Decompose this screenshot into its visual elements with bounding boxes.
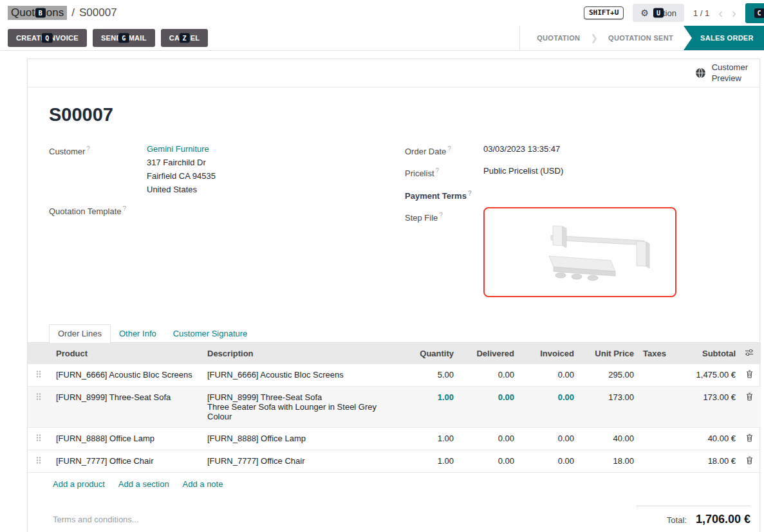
invoiced-cell[interactable]: 0.00 xyxy=(517,386,577,427)
tab-order-lines[interactable]: Order Lines xyxy=(49,324,111,343)
taxes-cell[interactable] xyxy=(637,427,667,450)
description-cell[interactable]: [FURN_8888] Office Lamp xyxy=(201,427,397,450)
delete-row-icon[interactable] xyxy=(738,450,761,472)
unit-price-column-header[interactable]: Unit Price xyxy=(577,343,637,364)
hotkey-badge-z: Z xyxy=(179,33,189,43)
pager-next-icon[interactable]: › xyxy=(732,6,736,19)
help-icon: ? xyxy=(86,145,90,152)
add-product-link[interactable]: Add a product xyxy=(53,479,105,489)
shift-u-hotkey-badge: SHIFT+U xyxy=(584,6,624,19)
invoiced-column-header[interactable]: Invoiced xyxy=(517,343,577,364)
subtotal-cell: 1,475.00 € xyxy=(667,364,738,387)
delete-row-icon[interactable] xyxy=(738,427,761,450)
terms-placeholder[interactable]: Terms and conditions... xyxy=(53,506,139,524)
cancel-button[interactable]: CANCEL Z xyxy=(161,29,209,47)
payment-terms-label: Payment Terms? xyxy=(405,187,483,203)
status-sales-order[interactable]: SALES ORDER xyxy=(684,26,764,50)
order-date-field: Order Date? 03/03/2023 13:35:47 xyxy=(405,142,749,158)
hotkey-badge-c: C xyxy=(754,8,764,18)
delivered-cell[interactable]: 0.00 xyxy=(456,386,517,427)
quantity-cell[interactable]: 1.00 xyxy=(397,427,456,450)
create-invoice-button[interactable]: CREATE INVOICE Q xyxy=(8,29,87,47)
drag-handle-icon[interactable] xyxy=(28,450,50,472)
taxes-cell[interactable] xyxy=(637,450,667,472)
delivered-column-header[interactable]: Delivered xyxy=(456,343,517,364)
statusbar: QUOTATION ❯ QUOTATION SENT SALES ORDER xyxy=(519,26,764,50)
drag-handle-icon[interactable] xyxy=(28,364,50,387)
drag-handle-icon[interactable] xyxy=(28,427,50,450)
delivered-cell[interactable]: 0.00 xyxy=(456,364,517,387)
optional-columns-icon[interactable] xyxy=(738,343,761,364)
order-line-row[interactable]: [FURN_6666] Acoustic Bloc Screens [FURN_… xyxy=(28,364,761,387)
unit-price-cell[interactable]: 40.00 xyxy=(577,427,637,450)
pricelist-value[interactable]: Public Pricelist (USD) xyxy=(483,164,563,180)
breadcrumb-current: S00007 xyxy=(79,6,117,19)
invoiced-cell[interactable]: 0.00 xyxy=(517,427,577,450)
product-cell[interactable]: [FURN_7777] Office Chair xyxy=(50,450,201,472)
order-date-value[interactable]: 03/03/2023 13:35:47 xyxy=(483,142,560,158)
description-cell[interactable]: [FURN_8999] Three-Seat Sofa Three Seater… xyxy=(201,386,397,427)
status-quotation[interactable]: QUOTATION xyxy=(526,34,590,42)
pager-nav: ‹ › xyxy=(718,6,736,19)
taxes-column-header[interactable]: Taxes xyxy=(637,343,667,364)
order-lines-table: Product Description Quantity Delivered I… xyxy=(28,343,761,473)
description-column-header[interactable]: Description xyxy=(201,343,397,364)
chevron-separator-icon: ❯ xyxy=(590,33,598,43)
delete-row-icon[interactable] xyxy=(738,386,761,427)
invoiced-cell[interactable]: 0.00 xyxy=(517,364,577,387)
description-cell[interactable]: [FURN_7777] Office Chair xyxy=(201,450,397,472)
record-title: S00007 xyxy=(49,104,749,125)
customer-link[interactable]: Gemini Furniture xyxy=(147,144,209,154)
order-line-row[interactable]: [FURN_7777] Office Chair [FURN_7777] Off… xyxy=(28,450,761,472)
description-cell[interactable]: [FURN_6666] Acoustic Bloc Screens xyxy=(201,364,397,387)
taxes-cell[interactable] xyxy=(637,364,667,387)
quantity-column-header[interactable]: Quantity xyxy=(397,343,456,364)
line-add-links: Add a product Add a section Add a note xyxy=(28,473,759,495)
hotkey-badge-g: G xyxy=(118,33,129,43)
quantity-cell[interactable]: 1.00 xyxy=(397,386,456,427)
payment-terms-field: Payment Terms? xyxy=(405,187,749,203)
help-icon: ? xyxy=(436,167,440,174)
add-note-link[interactable]: Add a note xyxy=(183,479,223,489)
quantity-cell[interactable]: 5.00 xyxy=(397,364,456,387)
add-section-link[interactable]: Add a section xyxy=(118,479,169,489)
order-line-row[interactable]: [FURN_8888] Office Lamp [FURN_8888] Offi… xyxy=(28,427,761,450)
customer-preview-line2: Preview xyxy=(712,73,748,84)
delivered-cell[interactable]: 0.00 xyxy=(456,427,517,450)
product-cell[interactable]: [FURN_8888] Office Lamp xyxy=(50,427,201,450)
step-file-3d-render xyxy=(485,208,675,296)
create-button[interactable]: C Create xyxy=(745,3,764,23)
tab-other-info[interactable]: Other Info xyxy=(111,325,165,342)
delivered-cell[interactable]: 0.00 xyxy=(456,450,517,472)
drag-handle-icon[interactable] xyxy=(28,386,50,427)
odoo-sales-order-page: { "ui": { "help_marker": "?", "icons": {… xyxy=(0,0,764,532)
unit-price-cell[interactable]: 295.00 xyxy=(577,364,637,387)
step-file-image[interactable] xyxy=(483,207,676,297)
unit-price-cell[interactable]: 173.00 xyxy=(577,386,637,427)
status-quotation-sent[interactable]: QUOTATION SENT xyxy=(598,34,684,42)
tab-customer-signature[interactable]: Customer Signature xyxy=(165,325,256,342)
control-panel-right: SHIFT+U ⚙ Action U 1 / 1 ‹ › C Create xyxy=(584,3,764,23)
order-date-label: Order Date? xyxy=(405,142,483,158)
breadcrumb-separator: / xyxy=(71,6,75,19)
product-cell[interactable]: [FURN_8999] Three-Seat Sofa xyxy=(50,386,201,427)
gear-icon: ⚙ xyxy=(640,8,649,18)
pager-previous-icon[interactable]: ‹ xyxy=(718,6,723,19)
delete-row-icon[interactable] xyxy=(738,364,761,387)
send-email-button[interactable]: SEND EMAIL G xyxy=(93,29,155,47)
notebook-tabs: Order Lines Other Info Customer Signatur… xyxy=(28,324,759,343)
table-header-row: Product Description Quantity Delivered I… xyxy=(28,343,761,364)
invoiced-cell[interactable]: 0.00 xyxy=(517,450,577,472)
subtotal-column-header[interactable]: Subtotal xyxy=(667,343,738,364)
product-cell[interactable]: [FURN_6666] Acoustic Bloc Screens xyxy=(50,364,201,387)
product-column-header[interactable]: Product xyxy=(50,343,201,364)
customer-preview-link[interactable]: Customer Preview xyxy=(712,62,748,84)
quantity-cell[interactable]: 1.00 xyxy=(397,450,456,472)
breadcrumb-quotations[interactable]: Quotations B xyxy=(8,6,67,20)
pricelist-label: Pricelist? xyxy=(405,164,483,180)
action-menu-button[interactable]: ⚙ Action U xyxy=(633,4,684,22)
unit-price-cell[interactable]: 18.00 xyxy=(577,450,637,472)
customer-field: Customer? Gemini Furniture 317 Fairchild… xyxy=(49,142,405,196)
order-line-row[interactable]: [FURN_8999] Three-Seat Sofa [FURN_8999] … xyxy=(28,386,761,427)
taxes-cell[interactable] xyxy=(637,386,667,427)
